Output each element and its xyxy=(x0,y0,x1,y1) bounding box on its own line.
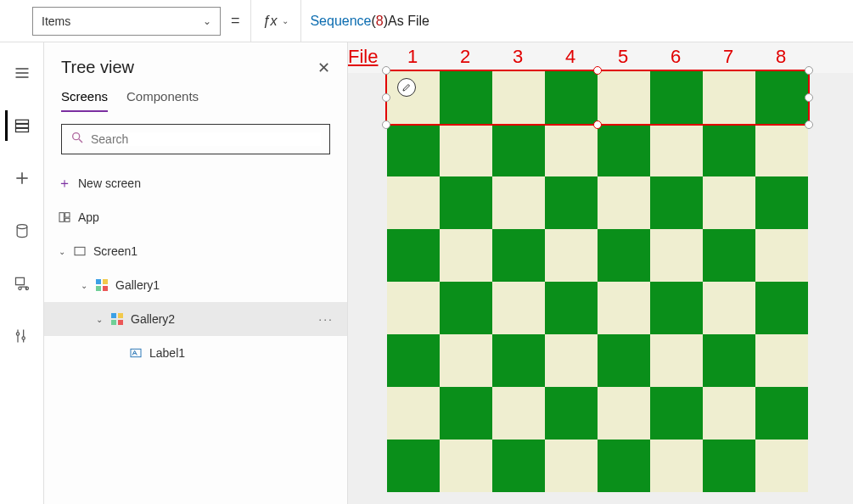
formula-input[interactable]: Sequence(8) As File xyxy=(300,0,853,42)
board-square xyxy=(492,387,545,440)
tree-list: ＋ New screen App ⌄ Screen1 ⌄ xyxy=(44,166,347,504)
resize-handle[interactable] xyxy=(593,66,602,75)
resize-handle[interactable] xyxy=(805,66,813,75)
annot-col-5: 5 xyxy=(618,46,628,68)
data-icon[interactable] xyxy=(7,216,37,246)
svg-point-15 xyxy=(22,337,25,339)
board-square xyxy=(755,176,808,229)
tree-view-icon[interactable] xyxy=(5,110,36,141)
tree-item-label: Gallery2 xyxy=(131,312,175,326)
svg-rect-21 xyxy=(75,247,85,255)
fx-button[interactable]: ƒx ⌄ xyxy=(250,0,301,42)
board-square xyxy=(650,282,703,334)
more-icon[interactable]: ··· xyxy=(318,312,334,326)
edit-pencil-button[interactable] xyxy=(397,78,416,97)
canvas[interactable]: File 1 2 3 4 5 6 7 8 xyxy=(348,42,853,504)
board-square xyxy=(440,71,492,124)
svg-line-17 xyxy=(79,139,82,143)
board-square xyxy=(703,387,755,440)
tree-item-screen1[interactable]: ⌄ Screen1 xyxy=(44,234,347,268)
tab-components[interactable]: Components xyxy=(126,89,199,112)
chevron-down-icon[interactable]: ⌄ xyxy=(80,281,88,290)
board-square xyxy=(703,334,755,387)
left-rail xyxy=(0,42,44,504)
close-icon[interactable]: ✕ xyxy=(317,59,330,77)
svg-point-8 xyxy=(17,225,27,229)
board-square xyxy=(387,440,440,492)
fx-icon: ƒx xyxy=(263,14,278,29)
board-square xyxy=(650,440,703,492)
svg-rect-28 xyxy=(111,320,116,325)
formula-fn: Sequence xyxy=(310,14,371,29)
tab-screens[interactable]: Screens xyxy=(61,89,108,112)
board-square xyxy=(440,176,492,229)
board-square xyxy=(492,229,545,282)
resize-handle[interactable] xyxy=(382,66,390,75)
board-square xyxy=(598,440,650,492)
board-square xyxy=(387,334,440,387)
resize-handle[interactable] xyxy=(805,93,813,102)
resize-handle[interactable] xyxy=(805,120,813,129)
settings-icon[interactable] xyxy=(7,321,37,351)
svg-point-16 xyxy=(73,133,80,140)
board-square xyxy=(650,71,703,124)
board-square xyxy=(598,282,650,334)
svg-point-10 xyxy=(18,287,20,289)
tree-panel: Tree view ✕ Screens Components ＋ New scr… xyxy=(44,42,348,504)
board-square xyxy=(650,124,703,176)
board-square xyxy=(387,71,440,124)
plus-icon: ＋ xyxy=(58,175,71,193)
board-square xyxy=(440,229,492,282)
equals-label: = xyxy=(231,12,240,30)
hamburger-icon[interactable] xyxy=(7,58,37,88)
app-icon xyxy=(58,210,71,224)
svg-rect-27 xyxy=(118,313,123,318)
resize-handle[interactable] xyxy=(593,120,602,129)
svg-rect-20 xyxy=(65,218,70,221)
resize-handle[interactable] xyxy=(382,120,390,129)
formula-arg: 8 xyxy=(376,14,384,29)
annot-col-7: 7 xyxy=(723,46,733,68)
resize-handle[interactable] xyxy=(382,93,390,102)
board-square xyxy=(598,71,650,124)
board-square xyxy=(703,124,755,176)
property-dropdown[interactable]: Items ⌄ xyxy=(32,7,221,36)
search-box[interactable] xyxy=(61,124,330,154)
board-square xyxy=(703,71,755,124)
chevron-down-icon[interactable]: ⌄ xyxy=(95,315,104,324)
board-square xyxy=(545,387,598,440)
tree-item-app[interactable]: App xyxy=(44,200,347,234)
board-square xyxy=(545,334,598,387)
annot-file-label: File xyxy=(348,46,378,68)
tree-item-gallery1[interactable]: ⌄ Gallery1 xyxy=(44,268,347,302)
media-icon[interactable] xyxy=(7,268,37,299)
board-square xyxy=(755,440,808,492)
board-square xyxy=(650,334,703,387)
search-input[interactable] xyxy=(91,132,321,146)
board-square xyxy=(598,334,650,387)
tree-item-gallery2[interactable]: ⌄ Gallery2 ··· xyxy=(44,302,347,336)
board-square xyxy=(387,176,440,229)
board-square xyxy=(755,229,808,282)
board-square xyxy=(598,387,650,440)
insert-icon[interactable] xyxy=(7,163,37,193)
chevron-down-icon[interactable]: ⌄ xyxy=(58,247,66,256)
tree-item-label: App xyxy=(78,210,99,224)
board-square xyxy=(545,176,598,229)
board-square xyxy=(545,71,598,124)
board-square xyxy=(492,176,545,229)
new-screen-button[interactable]: ＋ New screen xyxy=(44,166,347,200)
svg-rect-22 xyxy=(96,279,101,284)
board-square xyxy=(440,387,492,440)
tree-item-label1[interactable]: Label1 xyxy=(44,336,347,370)
tree-tabs: Screens Components xyxy=(44,82,347,112)
board-square xyxy=(755,282,808,334)
tree-title: Tree view xyxy=(61,58,134,77)
board-square xyxy=(703,282,755,334)
board-square xyxy=(545,440,598,492)
board-square xyxy=(440,282,492,334)
annot-col-1: 1 xyxy=(407,46,418,68)
svg-rect-25 xyxy=(103,286,108,291)
board-square xyxy=(387,387,440,440)
svg-point-11 xyxy=(25,287,28,289)
